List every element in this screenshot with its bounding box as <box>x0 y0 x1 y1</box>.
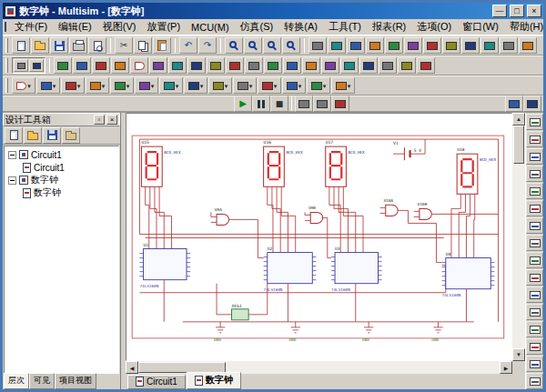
toggle-spreadsheet-button[interactable] <box>328 37 346 54</box>
toolbar-grip[interactable] <box>5 78 8 93</box>
network-analyzer-button[interactable] <box>526 338 543 355</box>
frequency-counter-button[interactable] <box>526 217 543 234</box>
scroll-down-button[interactable]: ▼ <box>512 348 525 361</box>
open-project-button[interactable] <box>24 127 42 144</box>
zoom-fit-button[interactable] <box>282 37 300 54</box>
wattmeter-button[interactable] <box>526 148 543 165</box>
tree-node-circuit1-root[interactable]: Circuit1 <box>5 148 118 161</box>
place-hierarchical-block-button[interactable] <box>398 57 416 74</box>
scroll-left-button[interactable]: ◀ <box>126 361 138 374</box>
place-ttl-button[interactable] <box>149 57 167 74</box>
schematic-canvas[interactable]: V1 5 V U15 <box>126 113 512 361</box>
sheet-selector-button[interactable] <box>523 95 541 112</box>
place-analog-button[interactable] <box>130 57 148 74</box>
tab-visibility[interactable]: 可见 <box>29 373 55 389</box>
function-generator-button[interactable] <box>526 131 543 147</box>
menu-simulate[interactable]: 仿真(S) <box>235 19 279 35</box>
sheet-tab-circuit1[interactable]: Circuit1 <box>127 375 186 389</box>
menu-tools[interactable]: 工具(T) <box>323 19 367 35</box>
misc-family-button[interactable]: ▾ <box>135 77 158 94</box>
horizontal-scroll-track[interactable] <box>226 361 500 374</box>
copy-button[interactable] <box>134 37 152 54</box>
analog-family-button[interactable]: ▾ <box>12 77 35 94</box>
transistor-family-button[interactable]: ▾ <box>86 77 109 94</box>
new-button[interactable] <box>12 37 30 54</box>
measurement-probe-button[interactable] <box>526 356 543 372</box>
place-advanced-peripherals-button[interactable] <box>283 57 301 74</box>
zoom-in-button[interactable] <box>225 37 243 54</box>
menu-options[interactable]: 选项(O) <box>411 19 457 35</box>
panel-pin-button[interactable]: ▫ <box>94 115 105 125</box>
breadboard-view-button[interactable] <box>442 37 460 54</box>
close-project-button[interactable] <box>62 127 80 144</box>
place-misc-button[interactable] <box>264 57 282 74</box>
keypad-family-button[interactable]: ▾ <box>282 77 306 94</box>
breakpoint-button[interactable] <box>331 95 349 112</box>
counter-ics[interactable]: U1 U2 U3 U4 74LS160N 74LS160N 74LS160N 7… <box>139 243 494 297</box>
zoom-out-button[interactable] <box>244 37 262 54</box>
grapher-button[interactable] <box>385 37 403 54</box>
find-component-button[interactable] <box>500 37 518 54</box>
place-power-button[interactable] <box>245 57 263 74</box>
run-button[interactable]: ▶ <box>234 95 252 112</box>
signal-source-family-button[interactable]: ▾ <box>208 77 232 94</box>
cut-button[interactable]: ✂ <box>115 37 133 54</box>
minimize-button[interactable]: — <box>492 5 507 17</box>
tree-node-clock-root[interactable]: 数字钟 <box>5 174 118 186</box>
redo-button[interactable]: ↷ <box>198 37 217 54</box>
place-misc-digital-button[interactable] <box>187 57 206 74</box>
step-into-button[interactable] <box>295 95 313 112</box>
toolbar-grip[interactable] <box>5 38 8 53</box>
menu-transfer[interactable]: 转换(A) <box>278 19 323 35</box>
collapse-icon[interactable] <box>8 151 16 159</box>
logic-converter-button[interactable] <box>526 252 543 268</box>
place-transistor-button[interactable] <box>111 57 129 74</box>
measurement-family-button[interactable]: ▾ <box>110 77 134 94</box>
bode-plotter-button[interactable] <box>526 200 543 216</box>
show-grid-toggle[interactable] <box>14 59 28 72</box>
show-border-toggle[interactable] <box>29 59 44 72</box>
tab-hierarchy[interactable]: 层次 <box>4 373 29 389</box>
menu-view[interactable]: 视图(V) <box>97 19 142 35</box>
current-probe-button[interactable] <box>526 373 543 389</box>
pause-button[interactable] <box>252 95 270 112</box>
back-annotate-button[interactable] <box>461 37 480 54</box>
menu-reports[interactable]: 报表(R) <box>367 19 411 35</box>
place-mcu-button[interactable] <box>379 57 397 74</box>
place-source-button[interactable] <box>54 57 72 74</box>
power-source[interactable]: V1 5 V <box>393 141 421 160</box>
iv-analyzer-button[interactable] <box>526 286 543 303</box>
diode-family-button[interactable]: ▾ <box>61 77 85 94</box>
rated-family-button[interactable]: ▾ <box>184 77 207 94</box>
function-generator-symbol[interactable]: XFG1 <box>232 304 249 320</box>
place-connector-button[interactable] <box>359 57 378 74</box>
3d-family-button[interactable]: ▾ <box>233 77 257 94</box>
place-mixed-button[interactable] <box>207 57 225 74</box>
multimeter-button[interactable] <box>526 114 543 130</box>
vertical-scroll-track[interactable] <box>512 164 525 348</box>
logic-gates[interactable]: U9A U9B U10A U10B <box>215 198 431 225</box>
place-bus-button[interactable] <box>417 57 435 74</box>
menu-file[interactable]: 文件(F) <box>9 19 53 35</box>
tab-project-view[interactable]: 项目视图 <box>55 373 96 389</box>
distortion-analyzer-button[interactable] <box>526 304 543 320</box>
place-basic-button[interactable] <box>73 57 91 74</box>
sheet-tab-clock[interactable]: 数字钟 <box>187 372 241 389</box>
horizontal-scrollbar[interactable]: ◀ ▶ <box>126 361 512 374</box>
close-button[interactable]: × <box>527 5 541 17</box>
tree-node-circuit1-sheet[interactable]: Circuit1 <box>5 161 118 174</box>
step-over-button[interactable] <box>313 95 331 112</box>
vertical-scrollbar[interactable]: ▲ ▼ <box>512 113 525 361</box>
component-wizard-button[interactable] <box>366 37 384 54</box>
database-manager-button[interactable] <box>347 37 365 54</box>
zoom-selector-button[interactable] <box>505 95 523 112</box>
stop-button[interactable]: ■ <box>270 95 288 112</box>
logic-analyzer-button[interactable] <box>526 269 543 286</box>
four-channel-oscilloscope-button[interactable] <box>526 183 543 199</box>
place-rf-button[interactable] <box>302 57 320 74</box>
maximize-button[interactable]: □ <box>510 5 524 17</box>
print-button[interactable] <box>69 37 87 54</box>
print-preview-button[interactable] <box>88 37 106 54</box>
undo-button[interactable]: ↶ <box>179 37 197 54</box>
save-project-button[interactable] <box>43 127 61 144</box>
